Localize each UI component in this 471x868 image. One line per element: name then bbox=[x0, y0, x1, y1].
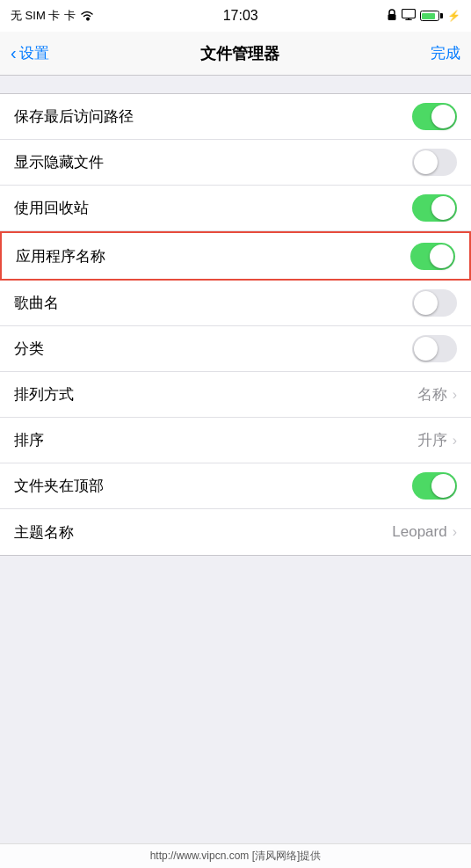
row-right-sort-by: 名称› bbox=[417, 384, 457, 405]
back-label: 设置 bbox=[19, 43, 49, 63]
row-label-order: 排序 bbox=[14, 430, 44, 450]
row-value-sort-by: 名称 bbox=[417, 384, 447, 405]
toggle-thumb-app-name bbox=[430, 244, 453, 268]
row-right-show-hidden bbox=[412, 149, 457, 176]
row-label-song-name: 歌曲名 bbox=[14, 293, 59, 313]
toggle-show-hidden[interactable] bbox=[412, 149, 457, 176]
row-label-folder-top: 文件夹在顶部 bbox=[14, 476, 104, 496]
settings-container: 保存最后访问路径显示隐藏文件使用回收站应用程序名称歌曲名分类排列方式名称›排序升… bbox=[0, 76, 471, 556]
toggle-thumb-folder-top bbox=[431, 474, 455, 498]
chevron-right-icon-theme: › bbox=[453, 524, 457, 540]
toggle-use-recycle[interactable] bbox=[412, 194, 457, 222]
screen-icon bbox=[402, 9, 416, 23]
footer-text: http://www.vipcn.com [清风网络]提供 bbox=[150, 849, 322, 864]
back-button[interactable]: ‹ 设置 bbox=[11, 43, 49, 63]
nav-bar: ‹ 设置 文件管理器 完成 bbox=[0, 32, 471, 76]
settings-row-folder-top[interactable]: 文件夹在顶部 bbox=[0, 463, 471, 509]
settings-row-category[interactable]: 分类 bbox=[0, 326, 471, 372]
settings-row-show-hidden[interactable]: 显示隐藏文件 bbox=[0, 140, 471, 186]
settings-row-app-name[interactable]: 应用程序名称 bbox=[2, 233, 469, 279]
toggle-folder-top[interactable] bbox=[412, 472, 457, 500]
page-title: 文件管理器 bbox=[200, 43, 279, 64]
toggle-save-path[interactable] bbox=[412, 103, 457, 130]
battery-icon bbox=[420, 11, 443, 21]
toggle-thumb-show-hidden bbox=[414, 150, 438, 174]
row-label-use-recycle: 使用回收站 bbox=[14, 198, 89, 218]
chevron-right-icon-order: › bbox=[453, 433, 457, 449]
settings-row-theme[interactable]: 主题名称Leopard› bbox=[0, 509, 471, 555]
row-label-save-path: 保存最后访问路径 bbox=[14, 106, 134, 127]
chevron-right-icon-sort-by: › bbox=[453, 387, 457, 403]
row-label-sort-by: 排列方式 bbox=[14, 384, 74, 405]
row-label-category: 分类 bbox=[14, 339, 44, 359]
carrier-text: 无 SIM 卡 bbox=[11, 8, 60, 24]
row-right-order: 升序› bbox=[417, 430, 457, 450]
toggle-category[interactable] bbox=[412, 335, 457, 362]
row-right-app-name bbox=[410, 243, 455, 270]
row-label-show-hidden: 显示隐藏文件 bbox=[14, 152, 104, 172]
sim-card-text: 卡 bbox=[64, 8, 76, 24]
row-label-app-name: 应用程序名称 bbox=[16, 246, 105, 266]
row-label-theme: 主题名称 bbox=[14, 522, 74, 543]
svg-rect-1 bbox=[402, 10, 415, 18]
toggle-thumb-song-name bbox=[414, 291, 438, 315]
back-chevron-icon: ‹ bbox=[11, 43, 17, 63]
toggle-thumb-save-path bbox=[431, 105, 455, 128]
toggle-thumb-use-recycle bbox=[431, 196, 455, 220]
row-value-order: 升序 bbox=[417, 430, 447, 450]
toggle-thumb-category bbox=[414, 337, 438, 361]
status-time: 17:03 bbox=[223, 8, 258, 24]
charging-icon: ⚡ bbox=[447, 10, 460, 22]
wifi-icon bbox=[80, 9, 94, 24]
settings-row-save-path[interactable]: 保存最后访问路径 bbox=[0, 94, 471, 140]
svg-rect-0 bbox=[388, 14, 395, 20]
toggle-song-name[interactable] bbox=[412, 289, 457, 317]
footer: http://www.vipcn.com [清风网络]提供 bbox=[0, 843, 471, 868]
status-right: ⚡ bbox=[387, 9, 460, 24]
highlighted-row-wrapper: 应用程序名称 bbox=[0, 231, 471, 281]
done-button[interactable]: 完成 bbox=[431, 43, 460, 63]
settings-row-song-name[interactable]: 歌曲名 bbox=[0, 281, 471, 326]
settings-row-order[interactable]: 排序升序› bbox=[0, 418, 471, 463]
row-right-category bbox=[412, 335, 457, 362]
settings-group: 保存最后访问路径显示隐藏文件使用回收站应用程序名称歌曲名分类排列方式名称›排序升… bbox=[0, 93, 471, 556]
lock-icon bbox=[387, 9, 397, 24]
row-right-theme: Leopard› bbox=[392, 523, 457, 541]
settings-row-use-recycle[interactable]: 使用回收站 bbox=[0, 186, 471, 231]
toggle-app-name[interactable] bbox=[410, 243, 455, 270]
row-right-folder-top bbox=[412, 472, 457, 500]
row-right-use-recycle bbox=[412, 194, 457, 222]
status-bar: 无 SIM 卡 卡 17:03 bbox=[0, 0, 471, 32]
row-right-save-path bbox=[412, 103, 457, 130]
row-value-theme: Leopard bbox=[392, 523, 446, 541]
settings-row-sort-by[interactable]: 排列方式名称› bbox=[0, 372, 471, 418]
status-left: 无 SIM 卡 卡 bbox=[11, 8, 94, 24]
row-right-song-name bbox=[412, 289, 457, 317]
